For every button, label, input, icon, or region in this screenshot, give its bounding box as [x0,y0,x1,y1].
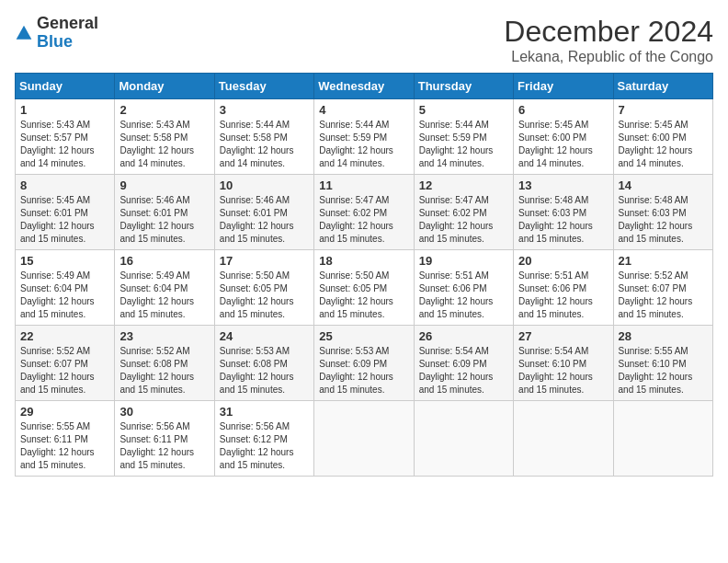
column-header-monday: Monday [115,74,214,99]
day-info: Sunrise: 5:52 AM Sunset: 6:07 PM Dayligh… [20,345,109,396]
day-number: 11 [319,178,408,192]
calendar-cell: 24Sunrise: 5:53 AM Sunset: 6:08 PM Dayli… [214,326,313,401]
day-number: 18 [319,254,408,268]
day-number: 16 [119,254,209,268]
calendar-cell: 31Sunrise: 5:56 AM Sunset: 6:12 PM Dayli… [214,401,313,477]
calendar-cell: 30Sunrise: 5:56 AM Sunset: 6:11 PM Dayli… [115,401,214,477]
day-info: Sunrise: 5:45 AM Sunset: 6:00 PM Dayligh… [619,119,708,170]
calendar-cell: 13Sunrise: 5:48 AM Sunset: 6:03 PM Dayli… [514,175,613,250]
calendar-cell: 16Sunrise: 5:49 AM Sunset: 6:04 PM Dayli… [115,250,214,326]
calendar-cell: 20Sunrise: 5:51 AM Sunset: 6:06 PM Dayli… [514,250,613,326]
day-number: 22 [20,329,109,343]
calendar-table: SundayMondayTuesdayWednesdayThursdayFrid… [15,73,713,477]
day-number: 6 [518,103,608,117]
day-number: 25 [319,329,408,343]
calendar-title: December 2024 [504,15,713,49]
day-info: Sunrise: 5:53 AM Sunset: 6:08 PM Dayligh… [220,345,309,396]
calendar-cell: 12Sunrise: 5:47 AM Sunset: 6:02 PM Dayli… [414,175,513,250]
day-number: 8 [20,178,109,192]
day-number: 1 [20,103,109,117]
calendar-cell: 7Sunrise: 5:45 AM Sunset: 6:00 PM Daylig… [613,99,712,175]
calendar-cell: 1Sunrise: 5:43 AM Sunset: 5:57 PM Daylig… [16,99,115,175]
day-number: 15 [20,254,109,268]
day-number: 31 [220,405,309,419]
calendar-week-row: 1Sunrise: 5:43 AM Sunset: 5:57 PM Daylig… [16,99,713,175]
day-info: Sunrise: 5:52 AM Sunset: 6:08 PM Dayligh… [119,345,209,396]
day-number: 27 [518,329,608,343]
day-number: 23 [119,329,209,343]
calendar-header-row: SundayMondayTuesdayWednesdayThursdayFrid… [16,74,713,99]
calendar-cell [613,401,712,477]
calendar-cell: 9Sunrise: 5:46 AM Sunset: 6:01 PM Daylig… [115,175,214,250]
day-info: Sunrise: 5:55 AM Sunset: 6:10 PM Dayligh… [619,345,708,396]
day-info: Sunrise: 5:52 AM Sunset: 6:07 PM Dayligh… [619,270,708,321]
day-info: Sunrise: 5:51 AM Sunset: 6:06 PM Dayligh… [419,270,508,321]
day-info: Sunrise: 5:47 AM Sunset: 6:02 PM Dayligh… [419,194,508,246]
day-number: 7 [619,103,708,117]
day-number: 19 [419,254,508,268]
day-info: Sunrise: 5:48 AM Sunset: 6:03 PM Dayligh… [518,194,608,246]
logo-general: General [37,15,98,33]
svg-marker-0 [17,25,32,39]
day-info: Sunrise: 5:50 AM Sunset: 6:05 PM Dayligh… [220,270,309,321]
calendar-cell: 6Sunrise: 5:45 AM Sunset: 6:00 PM Daylig… [514,99,613,175]
day-info: Sunrise: 5:45 AM Sunset: 6:00 PM Dayligh… [518,119,608,170]
day-number: 28 [619,329,708,343]
day-info: Sunrise: 5:51 AM Sunset: 6:06 PM Dayligh… [518,270,608,321]
calendar-cell [414,401,513,477]
day-info: Sunrise: 5:56 AM Sunset: 6:11 PM Dayligh… [119,420,209,472]
day-info: Sunrise: 5:44 AM Sunset: 5:59 PM Dayligh… [319,119,408,170]
day-number: 20 [518,254,608,268]
day-number: 4 [319,103,408,117]
day-info: Sunrise: 5:55 AM Sunset: 6:11 PM Dayligh… [20,420,109,472]
calendar-week-row: 29Sunrise: 5:55 AM Sunset: 6:11 PM Dayli… [16,401,713,477]
calendar-week-row: 22Sunrise: 5:52 AM Sunset: 6:07 PM Dayli… [16,326,713,401]
day-number: 24 [220,329,309,343]
calendar-cell: 26Sunrise: 5:54 AM Sunset: 6:09 PM Dayli… [414,326,513,401]
calendar-cell: 2Sunrise: 5:43 AM Sunset: 5:58 PM Daylig… [115,99,214,175]
logo-blue: Blue [37,33,98,52]
calendar-cell: 25Sunrise: 5:53 AM Sunset: 6:09 PM Dayli… [314,326,414,401]
day-info: Sunrise: 5:49 AM Sunset: 6:04 PM Dayligh… [20,270,109,321]
day-info: Sunrise: 5:44 AM Sunset: 5:59 PM Dayligh… [419,119,508,170]
day-number: 3 [220,103,309,117]
logo-icon [15,24,33,42]
day-number: 17 [220,254,309,268]
column-header-wednesday: Wednesday [314,74,414,99]
day-info: Sunrise: 5:44 AM Sunset: 5:58 PM Dayligh… [220,119,309,170]
day-info: Sunrise: 5:54 AM Sunset: 6:10 PM Dayligh… [518,345,608,396]
calendar-cell: 22Sunrise: 5:52 AM Sunset: 6:07 PM Dayli… [16,326,115,401]
day-info: Sunrise: 5:43 AM Sunset: 5:57 PM Dayligh… [20,119,109,170]
day-info: Sunrise: 5:48 AM Sunset: 6:03 PM Dayligh… [619,194,708,246]
day-number: 13 [518,178,608,192]
day-number: 10 [220,178,309,192]
day-info: Sunrise: 5:43 AM Sunset: 5:58 PM Dayligh… [119,119,209,170]
day-number: 29 [20,405,109,419]
column-header-friday: Friday [514,74,613,99]
calendar-cell: 11Sunrise: 5:47 AM Sunset: 6:02 PM Dayli… [314,175,414,250]
day-info: Sunrise: 5:49 AM Sunset: 6:04 PM Dayligh… [119,270,209,321]
calendar-cell [514,401,613,477]
day-number: 5 [419,103,508,117]
column-header-tuesday: Tuesday [214,74,313,99]
day-info: Sunrise: 5:46 AM Sunset: 6:01 PM Dayligh… [119,194,209,246]
day-number: 14 [619,178,708,192]
day-info: Sunrise: 5:53 AM Sunset: 6:09 PM Dayligh… [319,345,408,396]
page-header: General Blue December 2024 Lekana, Repub… [15,15,713,65]
logo: General Blue [15,15,98,52]
column-header-saturday: Saturday [613,74,712,99]
day-number: 12 [419,178,508,192]
calendar-cell: 15Sunrise: 5:49 AM Sunset: 6:04 PM Dayli… [16,250,115,326]
calendar-cell: 14Sunrise: 5:48 AM Sunset: 6:03 PM Dayli… [613,175,712,250]
calendar-cell: 5Sunrise: 5:44 AM Sunset: 5:59 PM Daylig… [414,99,513,175]
column-header-thursday: Thursday [414,74,513,99]
calendar-cell: 17Sunrise: 5:50 AM Sunset: 6:05 PM Dayli… [214,250,313,326]
day-number: 26 [419,329,508,343]
calendar-week-row: 8Sunrise: 5:45 AM Sunset: 6:01 PM Daylig… [16,175,713,250]
calendar-cell: 19Sunrise: 5:51 AM Sunset: 6:06 PM Dayli… [414,250,513,326]
day-info: Sunrise: 5:45 AM Sunset: 6:01 PM Dayligh… [20,194,109,246]
day-number: 21 [619,254,708,268]
calendar-cell: 29Sunrise: 5:55 AM Sunset: 6:11 PM Dayli… [16,401,115,477]
calendar-cell: 23Sunrise: 5:52 AM Sunset: 6:08 PM Dayli… [115,326,214,401]
day-number: 2 [119,103,209,117]
